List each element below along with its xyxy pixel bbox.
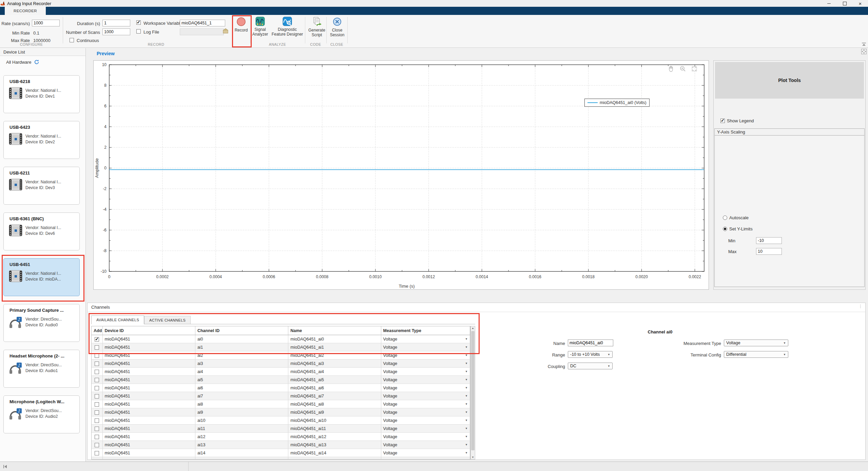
- measurement-type-cell-dropdown[interactable]: Voltage ▼: [383, 410, 468, 415]
- measurement-type-cell-dropdown[interactable]: Voltage ▼: [383, 377, 468, 382]
- ymax-input[interactable]: [756, 248, 782, 255]
- diagnostic-feature-designer-button[interactable]: Diagnostic Feature Designer: [271, 17, 304, 45]
- table-row[interactable]: mioDAQ6451 ai12 mioDAQ6451_ai12 Voltage …: [92, 433, 470, 441]
- close-button[interactable]: ×: [852, 0, 868, 7]
- tab-recorder[interactable]: RECORDER: [5, 7, 46, 15]
- scroll-up-icon[interactable]: ▲: [471, 327, 475, 330]
- panel-menu-icon[interactable]: ⋮: [859, 304, 863, 309]
- measurement-type-cell-dropdown[interactable]: Voltage ▼: [383, 337, 468, 342]
- table-row[interactable]: mioDAQ6451 ai7 mioDAQ6451_ai7 Voltage ▼: [92, 392, 470, 400]
- device-card[interactable]: USB-6211 Vendor: National I... Device ID…: [3, 167, 80, 205]
- table-scrollbar[interactable]: ▲ ▼: [470, 326, 475, 459]
- device-card[interactable]: USB-6451 Vendor: National I... Device ID…: [3, 258, 80, 296]
- restore-view-icon[interactable]: [691, 65, 698, 72]
- pan-icon[interactable]: [668, 65, 675, 72]
- set-y-limits-radio[interactable]: [723, 227, 727, 231]
- collapse-panel-icon[interactable]: [3, 464, 7, 469]
- measurement-type-cell-dropdown[interactable]: Voltage ▼: [383, 386, 468, 390]
- log-file-browse-icon[interactable]: [223, 28, 229, 35]
- device-card[interactable]: USB-6218 Vendor: National I... Device ID…: [3, 75, 80, 113]
- table-row[interactable]: mioDAQ6451 ai9 mioDAQ6451_ai9 Voltage ▼: [92, 408, 470, 416]
- add-channel-checkbox[interactable]: [95, 459, 99, 459]
- scroll-down-icon[interactable]: ▼: [471, 456, 475, 459]
- zoom-in-icon[interactable]: [679, 65, 686, 72]
- chart-legend[interactable]: mioDAQ6451_ai0 (Volts): [584, 99, 650, 107]
- measurement-type-cell-dropdown[interactable]: Voltage ▼: [383, 345, 468, 350]
- table-row[interactable]: mioDAQ6451 ai15 mioDAQ6451_ai15 Voltage …: [92, 457, 470, 460]
- tab-active-channels[interactable]: ACTIVE CHANNELS: [144, 316, 191, 324]
- minimize-button[interactable]: [821, 0, 837, 7]
- add-channel-checkbox[interactable]: [95, 345, 99, 350]
- collapse-toolstrip-icon[interactable]: [862, 42, 866, 48]
- table-row[interactable]: mioDAQ6451 ai8 mioDAQ6451_ai8 Voltage ▼: [92, 400, 470, 408]
- terminal-config-dropdown[interactable]: Differential▼: [724, 351, 788, 358]
- table-row[interactable]: mioDAQ6451 ai6 mioDAQ6451_ai6 Voltage ▼: [92, 384, 470, 392]
- table-row[interactable]: mioDAQ6451 ai3 mioDAQ6451_ai3 Voltage ▼: [92, 360, 470, 368]
- measurement-type-cell-dropdown[interactable]: Voltage ▼: [383, 369, 468, 374]
- add-channel-checkbox[interactable]: [95, 378, 99, 382]
- rate-input[interactable]: [32, 20, 60, 26]
- add-channel-checkbox[interactable]: [95, 353, 99, 358]
- table-row[interactable]: mioDAQ6451 ai2 mioDAQ6451_ai2 Voltage ▼: [92, 351, 470, 360]
- num-scans-input[interactable]: [102, 28, 130, 35]
- table-row[interactable]: mioDAQ6451 ai11 mioDAQ6451_ai11 Voltage …: [92, 425, 470, 433]
- restore-button[interactable]: [837, 0, 852, 7]
- add-channel-checkbox[interactable]: [95, 394, 99, 398]
- record-button[interactable]: Record: [233, 17, 249, 45]
- refresh-icon[interactable]: [34, 59, 39, 65]
- duration-input[interactable]: [102, 20, 130, 26]
- signal-analyzer-button[interactable]: Signal Analyzer: [251, 17, 269, 45]
- measurement-type-cell-dropdown[interactable]: Voltage ▼: [383, 361, 468, 366]
- measurement-type-dropdown[interactable]: Voltage▼: [724, 340, 788, 346]
- measurement-type-cell-dropdown[interactable]: Voltage ▼: [383, 451, 468, 455]
- add-channel-checkbox[interactable]: [95, 362, 99, 366]
- measurement-type-cell-dropdown[interactable]: Voltage ▼: [383, 434, 468, 439]
- autoscale-radio[interactable]: [723, 216, 727, 220]
- add-channel-checkbox[interactable]: [95, 370, 99, 374]
- add-channel-checkbox[interactable]: [95, 402, 99, 407]
- table-row[interactable]: mioDAQ6451 ai13 mioDAQ6451_ai13 Voltage …: [92, 441, 470, 449]
- measurement-type-cell-dropdown[interactable]: Voltage ▼: [383, 426, 468, 431]
- generate-script-button[interactable]: Generate Script: [307, 17, 326, 45]
- add-channel-checkbox[interactable]: [95, 410, 99, 415]
- tab-available-channels[interactable]: AVAILABLE CHANNELS: [91, 315, 144, 324]
- device-card[interactable]: USB-6361 (BNC) Vendor: National I... Dev…: [3, 212, 80, 250]
- range-dropdown[interactable]: -10 to +10 Volts▼: [568, 351, 613, 358]
- log-file-checkbox[interactable]: [136, 29, 141, 34]
- add-channel-checkbox[interactable]: [95, 451, 99, 455]
- add-channel-checkbox[interactable]: [95, 443, 99, 447]
- measurement-type-cell-dropdown[interactable]: Voltage ▼: [383, 394, 468, 398]
- device-card[interactable]: Microphone (Logitech W... ♪ Vendor: Dire…: [3, 395, 80, 433]
- workspace-variable-checkbox[interactable]: [136, 20, 141, 25]
- measurement-type-cell-dropdown[interactable]: Voltage ▼: [383, 402, 468, 407]
- panel-move-icon[interactable]: [861, 49, 867, 55]
- all-hardware-row[interactable]: All Hardware: [6, 59, 39, 65]
- workspace-variable-input[interactable]: [180, 20, 225, 26]
- add-channel-checkbox[interactable]: [95, 386, 99, 390]
- add-channel-checkbox[interactable]: [95, 427, 99, 431]
- device-card[interactable]: USB-6423 Vendor: National I... Device ID…: [3, 121, 80, 159]
- measurement-type-cell-dropdown[interactable]: Voltage ▼: [383, 418, 468, 423]
- table-row[interactable]: mioDAQ6451 ai10 mioDAQ6451_ai10 Voltage …: [92, 416, 470, 425]
- measurement-type-cell-dropdown[interactable]: Voltage ▼: [383, 443, 468, 447]
- table-row[interactable]: mioDAQ6451 ai14 mioDAQ6451_ai14 Voltage …: [92, 449, 470, 457]
- coupling-dropdown[interactable]: DC▼: [568, 363, 613, 369]
- add-channel-checkbox[interactable]: [95, 418, 99, 423]
- channel-name-input[interactable]: [568, 340, 613, 346]
- continuous-checkbox[interactable]: [70, 38, 74, 42]
- table-row[interactable]: mioDAQ6451 ai0 mioDAQ6451_ai0 Voltage ▼: [92, 335, 470, 343]
- measurement-type-cell-dropdown[interactable]: Voltage ▼: [383, 353, 468, 358]
- show-legend-checkbox[interactable]: [720, 119, 725, 123]
- table-row[interactable]: mioDAQ6451 ai5 mioDAQ6451_ai5 Voltage ▼: [92, 376, 470, 384]
- scrollbar-thumb[interactable]: [471, 331, 475, 450]
- table-row[interactable]: mioDAQ6451 ai1 mioDAQ6451_ai1 Voltage ▼: [92, 343, 470, 351]
- measurement-type-cell-dropdown[interactable]: Voltage ▼: [383, 459, 468, 460]
- device-card[interactable]: Headset Microphone (2- ... ♪ Vendor: Dir…: [3, 350, 80, 388]
- device-card[interactable]: Primary Sound Capture ... ♪ Vendor: Dire…: [3, 304, 80, 342]
- cell-device-id: mioDAQ6451: [102, 441, 195, 449]
- ymin-input[interactable]: [756, 237, 782, 244]
- add-channel-checkbox[interactable]: [95, 435, 99, 439]
- close-session-button[interactable]: Close Session: [328, 17, 346, 45]
- add-channel-checkbox[interactable]: [95, 337, 99, 342]
- table-row[interactable]: mioDAQ6451 ai4 mioDAQ6451_ai4 Voltage ▼: [92, 368, 470, 376]
